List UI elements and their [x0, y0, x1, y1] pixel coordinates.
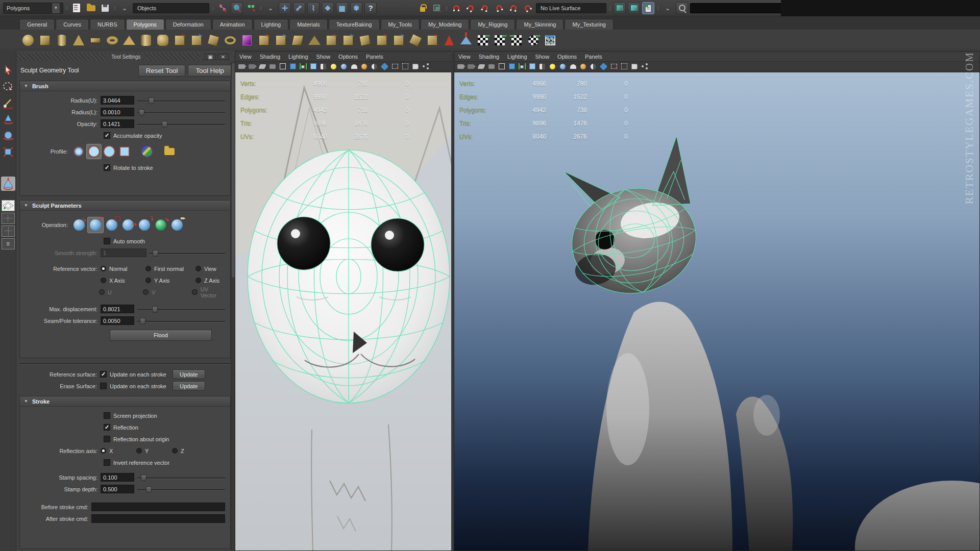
shelf-icon-poly-pipe[interactable] — [138, 33, 154, 48]
sculpt-parameters-header[interactable]: ▼ Sculpt Parameters — [20, 201, 230, 211]
viewport-front-canvas[interactable] — [235, 72, 452, 550]
move-tool-button[interactable] — [1, 112, 15, 127]
shelf-icon-poly-cube[interactable] — [37, 33, 53, 48]
stamp-spacing-input[interactable]: 0.100 — [101, 473, 134, 482]
shelf-icon-insert-edge-loop[interactable] — [374, 33, 389, 48]
grid-icon[interactable] — [268, 62, 277, 70]
radius-l-input[interactable]: 0.0010 — [101, 108, 134, 116]
reference-surface-update-button[interactable]: Update — [173, 369, 205, 379]
separator[interactable]: ⟩ — [211, 2, 214, 14]
shelf-icon-separate[interactable] — [189, 33, 204, 48]
stroke-section-header[interactable]: ▼ Stroke — [20, 396, 230, 407]
quick-search-button[interactable] — [676, 2, 688, 14]
default-lighting-icon[interactable] — [329, 62, 338, 70]
lasso-select-tool-button[interactable] — [1, 80, 15, 94]
rv-x-axis-radio[interactable]: X Axis — [101, 278, 145, 284]
vp-menu-shading[interactable]: Shading — [479, 54, 499, 60]
tool-settings-titlebar[interactable]: Tool Settings ▣ ✕ — [16, 53, 236, 61]
shelf-icon-delete-edge[interactable] — [425, 33, 440, 48]
profile-square-button[interactable] — [117, 144, 132, 159]
select-component-button[interactable] — [245, 2, 257, 14]
reflection-checkbox[interactable]: ✓ — [104, 424, 110, 431]
isolate-select-icon[interactable] — [390, 62, 399, 70]
invert-reference-vector-checkbox[interactable] — [104, 459, 110, 466]
tool-help-button[interactable]: Tool Help — [188, 65, 232, 77]
reflection-axis-z-radio[interactable]: Z — [172, 448, 184, 454]
shelf-icon-poly-cylinder[interactable] — [54, 33, 69, 48]
hypergraph-icon[interactable] — [421, 62, 430, 70]
shelf-icon-extract[interactable] — [206, 33, 221, 48]
hypergraph-icon[interactable] — [640, 62, 649, 70]
shelf-icon-uv-checker-2[interactable] — [492, 33, 507, 48]
vp-menu-lighting[interactable]: Lighting — [507, 54, 527, 60]
motion-blur-icon[interactable] — [599, 62, 608, 70]
shelf-tab-lighting[interactable]: Lighting — [254, 19, 289, 30]
shelf-icon-split-polygon[interactable] — [357, 33, 373, 48]
operation-smooth-button[interactable]: ◯ — [104, 217, 120, 233]
selection-mask-dropdown[interactable]: Objects — [133, 3, 209, 13]
reset-tool-button[interactable]: Reset Tool — [138, 65, 186, 77]
erase-surface-update-button[interactable]: Update — [173, 381, 205, 391]
rv-uv-vector-radio[interactable]: UV Vector — [192, 286, 225, 298]
rv-view-radio[interactable]: View — [195, 266, 216, 272]
operation-pinch-button[interactable]: ⤵ — [136, 217, 153, 233]
curve-tool-shortcut[interactable]: ⌇ — [307, 2, 320, 14]
snap-to-projected-center-button[interactable] — [493, 2, 505, 14]
lock-selection-button[interactable] — [416, 2, 429, 14]
snap-to-view-plane-button[interactable] — [507, 2, 520, 14]
textured-mode-icon[interactable]: ▣ — [299, 62, 307, 70]
chevron-down-icon[interactable]: ▼ — [52, 3, 60, 13]
selection-mask-collapse[interactable]: ⌄ — [118, 2, 131, 14]
layout-single-pane-button[interactable] — [2, 200, 15, 211]
profile-soft-button[interactable] — [86, 144, 102, 159]
scale-tool-button[interactable] — [1, 145, 15, 159]
dock-icon[interactable]: ▣ — [205, 54, 216, 60]
shelf-icon-uv-checker-3[interactable] — [509, 33, 524, 48]
shelf-icon-poly-torus[interactable] — [105, 33, 120, 48]
snap-to-curve-button[interactable] — [464, 2, 477, 14]
lock-camera-icon[interactable] — [248, 62, 256, 70]
select-hierarchy-button[interactable] — [216, 2, 229, 14]
shelf-tab-animation[interactable]: Animation — [212, 19, 253, 30]
new-scene-button[interactable] — [70, 2, 83, 14]
profile-gaussian-button[interactable] — [71, 144, 86, 159]
vp-menu-lighting[interactable]: Lighting — [288, 54, 308, 60]
stamp-depth-input[interactable]: 0.500 — [101, 485, 134, 493]
half-res-icon[interactable] — [370, 62, 379, 70]
close-icon[interactable]: ✕ — [217, 54, 229, 60]
before-stroke-cmd-input[interactable] — [91, 503, 225, 511]
move-tool-shortcut[interactable]: ✛ — [279, 2, 291, 14]
layout-persp-outliner-button[interactable]: ≡ — [2, 238, 15, 249]
ambient-occlusion-icon[interactable] — [360, 62, 369, 70]
construction-history-toggle[interactable] — [642, 2, 654, 14]
smooth-shade-icon[interactable] — [528, 62, 536, 70]
shelf-tab-polygons[interactable]: Polygons — [126, 19, 164, 30]
rv-first-normal-radio[interactable]: First normal — [145, 266, 195, 272]
xray-icon[interactable] — [620, 62, 628, 70]
profile-ramp-button[interactable] — [139, 144, 155, 159]
shelf-icon-wedge[interactable] — [307, 33, 322, 48]
shaded-mode-icon[interactable] — [507, 62, 516, 70]
shelf-tab-my-texturing[interactable]: My_Texturing — [565, 19, 613, 30]
shaded-mode-icon[interactable] — [288, 62, 297, 70]
layout-four-pane-button[interactable] — [2, 213, 15, 224]
operation-relax-button[interactable]: ↷ — [120, 217, 136, 233]
separator[interactable]: ⟩ — [65, 2, 68, 14]
screen-projection-checkbox[interactable] — [104, 412, 110, 419]
shelf-icon-cut-faces[interactable] — [340, 33, 356, 48]
all-lights-icon[interactable] — [558, 62, 567, 70]
shelf-icon-poly-helix[interactable] — [155, 33, 170, 48]
default-lighting-icon[interactable] — [548, 62, 557, 70]
all-lights-icon[interactable] — [339, 62, 348, 70]
menu-set-dropdown[interactable]: Polygons ▼ — [3, 3, 63, 14]
shelf-tab-general[interactable]: General — [19, 19, 55, 30]
operation-pull-button[interactable]: ↗ — [87, 217, 104, 233]
shelf-tab-materials[interactable]: Materials — [289, 19, 328, 30]
reflection-axis-x-radio[interactable]: X — [101, 448, 136, 454]
save-scene-button[interactable] — [99, 2, 111, 14]
render-view-button[interactable]: ➤ — [614, 2, 626, 14]
open-scene-button[interactable] — [85, 2, 97, 14]
vp-menu-panels[interactable]: Panels — [585, 54, 602, 60]
stamp-spacing-slider[interactable] — [137, 473, 225, 482]
shelf-icon-poke[interactable] — [324, 33, 339, 48]
